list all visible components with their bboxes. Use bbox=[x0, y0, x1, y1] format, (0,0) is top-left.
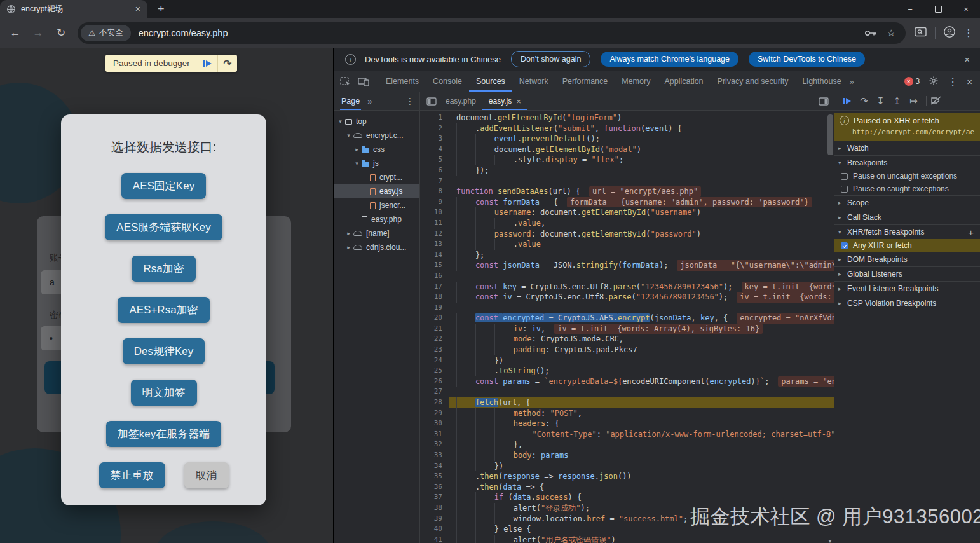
profile-avatar-icon[interactable] bbox=[943, 25, 956, 41]
sidebar-section-watch[interactable]: ▸Watch bbox=[834, 141, 980, 155]
devtools-tab-lighthouse[interactable]: Lighthouse bbox=[795, 71, 848, 92]
back-button[interactable]: ← bbox=[8, 27, 23, 39]
reload-button[interactable]: ↻ bbox=[53, 26, 69, 39]
url-bar[interactable]: ⚠ 不安全 encrypt.com/easy.php ☆ bbox=[78, 22, 906, 44]
gutter-line-number[interactable]: 11 bbox=[420, 218, 449, 229]
modal-option-button[interactable]: AES+Rsa加密 bbox=[118, 297, 209, 323]
tree-expander-icon[interactable]: ▾ bbox=[336, 118, 344, 125]
modal-option-button[interactable]: Rsa加密 bbox=[132, 256, 195, 282]
step-into-icon[interactable]: ↧ bbox=[873, 95, 889, 107]
devtools-tab-performance[interactable]: Performance bbox=[555, 71, 615, 92]
step-icon[interactable]: ↦ bbox=[906, 95, 922, 107]
device-toolbar-icon[interactable] bbox=[358, 77, 369, 86]
gutter-line-number[interactable]: 39 bbox=[420, 514, 449, 525]
resume-script-icon[interactable] bbox=[843, 98, 851, 104]
error-badge[interactable]: × 3 bbox=[904, 77, 920, 86]
file-tree-item[interactable]: jsencr... bbox=[334, 198, 419, 212]
gutter-line-number[interactable]: 38 bbox=[420, 503, 449, 514]
toggle-debugger-sidebar-icon[interactable] bbox=[819, 97, 829, 106]
sidebar-section-scope[interactable]: ▸Scope bbox=[834, 195, 980, 210]
gutter-line-number[interactable]: 32 bbox=[420, 439, 449, 450]
file-tree-item[interactable]: ▸[name] bbox=[334, 226, 419, 240]
gutter-line-number[interactable]: 6 bbox=[420, 165, 449, 176]
gutter-line-number[interactable]: 40 bbox=[420, 524, 449, 535]
gutter-line-number[interactable]: 12 bbox=[420, 229, 449, 240]
editor-tab-easy-php[interactable]: easy.php bbox=[439, 92, 482, 110]
gutter-line-number[interactable]: 16 bbox=[420, 271, 449, 282]
gutter-line-number[interactable]: 18 bbox=[420, 292, 449, 303]
sidebar-section-xhr-fetch-breakpoints[interactable]: ▾XHR/fetch Breakpoints+ bbox=[834, 224, 980, 239]
sidebar-section-call-stack[interactable]: ▸Call Stack bbox=[834, 210, 980, 224]
add-breakpoint-icon[interactable]: + bbox=[968, 227, 974, 238]
sidebar-section-dom-breakpoints[interactable]: ▸DOM Breakpoints bbox=[834, 252, 980, 266]
gutter-line-number[interactable]: 10 bbox=[420, 207, 449, 218]
tree-expander-icon[interactable]: ▸ bbox=[353, 146, 361, 153]
tree-expander-icon[interactable]: ▸ bbox=[344, 230, 353, 237]
side-panel-icon[interactable] bbox=[915, 27, 927, 39]
devtools-tab-network[interactable]: Network bbox=[512, 71, 555, 92]
gutter-line-number[interactable]: 15 bbox=[420, 260, 449, 271]
gutter-line-number[interactable]: 13 bbox=[420, 239, 449, 250]
navigator-tab-page[interactable]: Page bbox=[340, 92, 361, 110]
tree-expander-icon[interactable]: ▾ bbox=[353, 160, 361, 167]
devtools-tab-privacy-and-security[interactable]: Privacy and security bbox=[711, 71, 796, 92]
checkbox[interactable] bbox=[841, 173, 848, 180]
modal-option-button[interactable]: AES服务端获取Key bbox=[105, 214, 222, 240]
gutter-line-number[interactable]: 17 bbox=[420, 282, 449, 292]
step-over-icon[interactable]: ↷ bbox=[856, 95, 873, 107]
deactivate-breakpoints-icon[interactable] bbox=[930, 96, 942, 107]
sidebar-option-row[interactable]: Pause on caught exceptions bbox=[834, 182, 980, 195]
navigator-menu-icon[interactable]: ⋮ bbox=[405, 96, 414, 106]
security-chip[interactable]: ⚠ 不安全 bbox=[81, 25, 131, 41]
gutter-line-number[interactable]: 30 bbox=[420, 418, 449, 429]
gutter-line-number[interactable]: 37 bbox=[420, 492, 449, 503]
toggle-navigator-icon[interactable] bbox=[426, 97, 437, 106]
devtools-menu-icon[interactable]: ⋮ bbox=[948, 76, 958, 88]
gutter-line-number[interactable]: 5 bbox=[420, 155, 449, 165]
bookmark-star-icon[interactable]: ☆ bbox=[887, 27, 895, 39]
new-tab-button[interactable]: + bbox=[158, 3, 165, 16]
gutter-line-number[interactable]: 7 bbox=[420, 176, 449, 187]
browser-menu-icon[interactable]: ⋮ bbox=[963, 27, 974, 39]
scroll-down-icon[interactable]: ▼ bbox=[827, 539, 833, 543]
dont-show-again-button[interactable]: Don't show again bbox=[511, 51, 591, 67]
gutter-line-number[interactable]: 3 bbox=[420, 134, 449, 144]
inspect-element-icon[interactable] bbox=[340, 76, 351, 86]
editor-tab-easy-js[interactable]: easy.js× bbox=[482, 92, 527, 110]
more-tabs-icon[interactable]: » bbox=[850, 77, 854, 86]
gutter-line-number[interactable]: 9 bbox=[420, 197, 449, 208]
tree-expander-icon[interactable]: ▸ bbox=[344, 244, 353, 251]
gutter-line-number[interactable]: 24 bbox=[420, 355, 449, 366]
file-tree-item[interactable]: easy.php bbox=[334, 212, 419, 226]
gutter-line-number[interactable]: 1 bbox=[420, 113, 449, 123]
gutter-line-number[interactable]: 20 bbox=[420, 313, 449, 324]
gutter-line-number[interactable]: 34 bbox=[420, 461, 449, 472]
devtools-tab-memory[interactable]: Memory bbox=[615, 71, 657, 92]
modal-option-button[interactable]: 明文加签 bbox=[131, 380, 197, 406]
modal-option-button[interactable]: 加签key在服务器端 bbox=[106, 421, 221, 447]
gutter-line-number[interactable]: 35 bbox=[420, 471, 449, 482]
devtools-tab-console[interactable]: Console bbox=[426, 71, 469, 92]
step-out-icon[interactable]: ↥ bbox=[889, 95, 906, 107]
devtools-settings-icon[interactable] bbox=[929, 76, 939, 88]
gutter-line-number[interactable]: 23 bbox=[420, 345, 449, 355]
gutter-line-number[interactable]: 22 bbox=[420, 334, 449, 345]
gutter-line-number[interactable]: 36 bbox=[420, 482, 449, 493]
file-tree-item[interactable]: ▸css bbox=[334, 142, 419, 156]
gutter-line-number[interactable]: 27 bbox=[420, 387, 449, 397]
devtools-tab-elements[interactable]: Elements bbox=[379, 71, 426, 92]
forward-button[interactable]: → bbox=[31, 27, 46, 39]
tab-close-icon[interactable]: × bbox=[133, 4, 142, 14]
step-over-button[interactable]: ↷ bbox=[217, 55, 237, 72]
resume-script-button[interactable] bbox=[198, 55, 217, 72]
gutter-line-number[interactable]: 41 bbox=[420, 535, 449, 543]
navigator-more-tabs-icon[interactable]: » bbox=[367, 97, 372, 106]
modal-option-button[interactable]: Des规律Key bbox=[123, 338, 205, 364]
sidebar-section-global-listeners[interactable]: ▸Global Listeners bbox=[834, 266, 980, 281]
gutter-line-number[interactable]: 21 bbox=[420, 324, 449, 334]
switch-to-chinese-button[interactable]: Switch DevTools to Chinese bbox=[749, 52, 865, 67]
password-key-icon[interactable] bbox=[864, 29, 877, 37]
devtools-close-icon[interactable]: × bbox=[967, 76, 972, 87]
restore-button[interactable] bbox=[924, 0, 952, 18]
no-replay-button[interactable]: 禁止重放 bbox=[99, 462, 165, 488]
